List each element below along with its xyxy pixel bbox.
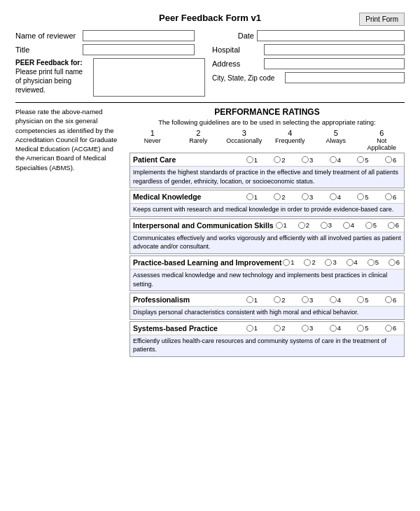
radio-4-6[interactable]: 6 — [385, 296, 396, 304]
date-row: Date — [212, 30, 405, 41]
hospital-row: Hospital — [212, 44, 405, 55]
radio-1-3[interactable]: 3 — [302, 193, 313, 201]
performance-title: PERFORMANCE RATINGS — [130, 107, 405, 117]
radio-4-3[interactable]: 3 — [302, 296, 313, 304]
radio-3-6[interactable]: 6 — [388, 258, 400, 266]
scale-row: 1 Never 2 Rarely 3 Occasionally 4 Freque… — [130, 129, 405, 151]
address-row: Address — [212, 58, 405, 69]
radio-0-4[interactable]: 4 — [330, 156, 341, 164]
hospital-input[interactable] — [264, 44, 405, 55]
peer-feedback-input[interactable] — [93, 58, 205, 97]
category-desc-4: Displays personal characteristics consis… — [130, 307, 404, 319]
categories-list: Patient Care123456Implements the highest… — [130, 153, 405, 357]
radio-3-3[interactable]: 3 — [325, 258, 336, 266]
radio-2-1[interactable]: 1 — [276, 221, 287, 229]
scale-item-5: 5 Always — [316, 129, 355, 151]
radio-2-5[interactable]: 5 — [365, 221, 377, 229]
radio-5-1[interactable]: 1 — [246, 324, 258, 332]
radio-3-4[interactable]: 4 — [346, 258, 358, 266]
category-row-5: Systems-based Practice123456Efficiently … — [130, 321, 405, 357]
city-label: City, State, Zip code — [212, 74, 282, 82]
category-name-0: Patient Care — [133, 155, 241, 164]
category-name-1: Medical Knowledge — [133, 192, 241, 201]
print-button[interactable]: Print Form — [359, 13, 405, 26]
radio-0-5[interactable]: 5 — [357, 156, 368, 164]
radio-2-3[interactable]: 3 — [321, 221, 332, 229]
reviewer-row: Name of reviewer — [15, 30, 205, 41]
category-row-1: Medical Knowledge123456Keeps current wit… — [130, 190, 405, 217]
radio-3-2[interactable]: 2 — [304, 258, 315, 266]
top-fields-section: Name of reviewer Title PEER Feedback for… — [15, 30, 405, 97]
category-row-3: Practice-based Learning and Improvement1… — [130, 255, 405, 291]
left-fields: Name of reviewer Title PEER Feedback for… — [15, 30, 205, 97]
header: Peer Feedback Form v1 Print Form — [15, 13, 405, 23]
city-input[interactable] — [285, 72, 405, 83]
radio-1-6[interactable]: 6 — [385, 193, 396, 201]
address-label: Address — [212, 59, 261, 68]
radio-3-5[interactable]: 5 — [368, 258, 379, 266]
category-row-0: Patient Care123456Implements the highest… — [130, 153, 405, 188]
radio-5-4[interactable]: 4 — [330, 324, 341, 332]
city-row: City, State, Zip code — [212, 72, 405, 83]
scale-item-4: 4 Frequently — [271, 129, 309, 151]
radio-1-5[interactable]: 5 — [357, 193, 368, 201]
radio-0-3[interactable]: 3 — [302, 156, 313, 164]
address-input[interactable] — [264, 58, 405, 69]
performance-subtitle: The following guidelines are to be used … — [130, 118, 405, 126]
radio-0-2[interactable]: 2 — [274, 156, 285, 164]
right-fields: Date Hospital Address City, State, Zip c… — [212, 30, 405, 97]
category-row-2: Interpersonal and Communication Skills12… — [130, 218, 405, 254]
date-label: Date — [212, 31, 254, 40]
radio-1-4[interactable]: 4 — [330, 193, 341, 201]
radio-5-2[interactable]: 2 — [274, 324, 285, 332]
hospital-label: Hospital — [212, 46, 261, 54]
radio-5-3[interactable]: 3 — [302, 324, 313, 332]
title-label: Title — [15, 46, 78, 54]
radio-5-6[interactable]: 6 — [385, 324, 396, 332]
title-input[interactable] — [83, 44, 195, 55]
peer-feedback-row: PEER Feedback for: Please print full nam… — [15, 58, 205, 97]
radio-4-5[interactable]: 5 — [357, 296, 368, 304]
category-desc-3: Assesses medical knowledge and new techn… — [130, 270, 404, 290]
radio-2-4[interactable]: 4 — [343, 221, 354, 229]
category-name-2: Interpersonal and Communication Skills — [133, 221, 274, 230]
category-name-3: Practice-based Learning and Improvement — [133, 258, 281, 267]
category-desc-1: Keeps current with research and medical … — [130, 204, 404, 216]
radio-3-1[interactable]: 1 — [283, 258, 294, 266]
scale-item-1: 1 Never — [133, 129, 172, 151]
scale-item-6: 6 Not Applicable — [363, 129, 401, 151]
radio-2-6[interactable]: 6 — [388, 221, 399, 229]
radio-5-5[interactable]: 5 — [357, 324, 368, 332]
peer-feedback-label: PEER Feedback for: Please print full nam… — [15, 58, 89, 94]
radio-0-6[interactable]: 6 — [385, 156, 396, 164]
category-row-4: Professionalism123456Displays personal c… — [130, 293, 405, 320]
reviewer-input[interactable] — [83, 30, 195, 41]
category-desc-5: Efficiently utilizes health-care resourc… — [130, 335, 404, 356]
category-desc-0: Implements the highest standards of prac… — [130, 167, 404, 188]
category-name-5: Systems-based Practice — [133, 324, 241, 332]
radio-0-1[interactable]: 1 — [246, 156, 258, 164]
scale-item-3: 3 Occasionally — [225, 129, 263, 151]
reviewer-label: Name of reviewer — [15, 31, 78, 40]
radio-1-2[interactable]: 2 — [274, 193, 285, 201]
radio-2-2[interactable]: 2 — [298, 221, 309, 229]
category-desc-2: Communicates effectively and works vigor… — [130, 232, 404, 253]
radio-4-2[interactable]: 2 — [274, 296, 285, 304]
category-name-4: Professionalism — [133, 295, 241, 304]
left-description: Please rate the above-named physician on… — [15, 107, 124, 358]
radio-1-1[interactable]: 1 — [246, 193, 258, 201]
scale-item-2: 2 Rarely — [179, 129, 218, 151]
title-row: Title — [15, 44, 205, 55]
radio-4-4[interactable]: 4 — [330, 296, 341, 304]
radio-4-1[interactable]: 1 — [246, 296, 258, 304]
lower-section: Please rate the above-named physician on… — [15, 102, 405, 358]
ratings-section: PERFORMANCE RATINGS The following guidel… — [130, 107, 405, 358]
form-title: Peer Feedback Form v1 — [159, 13, 261, 23]
date-input[interactable] — [257, 30, 405, 41]
